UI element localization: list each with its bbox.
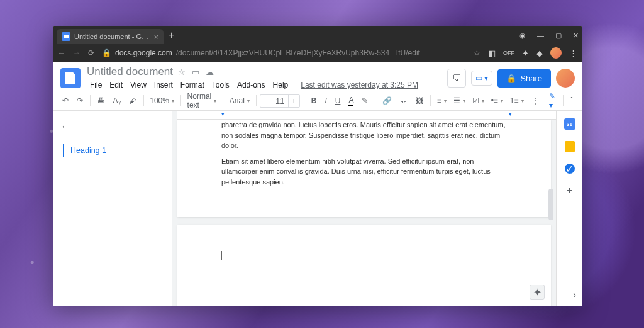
browser-tab[interactable]: Untitled document - Google Do × [57, 29, 164, 44]
minimize-button[interactable]: — [537, 31, 544, 39]
ext-3-icon[interactable]: ◆ [536, 48, 543, 58]
calendar-icon[interactable] [564, 118, 575, 130]
cloud-status-icon[interactable]: ☁ [206, 67, 214, 77]
docs-editor: Untitled document ☆ ▭ ☁ File Edit View I… [53, 62, 582, 306]
close-window-button[interactable]: ✕ [573, 31, 579, 40]
user-avatar[interactable] [556, 69, 575, 88]
menu-file[interactable]: File [87, 79, 105, 91]
browser-addressbar: ← → ⟳ 🔒 docs.google.com/document/d/14XPj… [53, 44, 582, 62]
menu-addons[interactable]: Add-ons [234, 79, 269, 91]
bookmark-star-icon[interactable]: ☆ [474, 48, 480, 57]
paint-format-button[interactable]: 🖌 [126, 94, 140, 107]
menu-edit[interactable]: Edit [106, 79, 126, 91]
addons-plus-icon[interactable]: + [567, 185, 572, 196]
horizontal-ruler[interactable]: ▾ ▾ [177, 111, 556, 120]
extension-icons: ◧ OFF ✦ ◆ ⋮ [488, 47, 577, 59]
docs-logo-icon[interactable] [60, 68, 80, 88]
menubar: File Edit View Insert Format Tools Add-o… [87, 79, 441, 91]
scrollbar-thumb[interactable] [548, 189, 553, 220]
ext-puzzle-icon[interactable]: ✦ [522, 48, 529, 58]
last-edit-link[interactable]: Last edit was yesterday at 3:25 PM [297, 79, 421, 91]
formatting-toolbar: ↶ ↷ 🖶 Aᵧ 🖌 100% Normal text Arial − 11 +… [53, 91, 582, 111]
share-label: Share [520, 74, 542, 83]
menu-view[interactable]: View [127, 79, 150, 91]
line-spacing-dropdown[interactable]: ☰ [451, 95, 468, 106]
docs-favicon-icon [62, 32, 70, 41]
present-button[interactable]: ▭ ▾ [471, 71, 492, 86]
body-paragraph-1[interactable]: pharetra de gravida non, luctus lobortis… [221, 120, 507, 151]
highlight-button[interactable]: ✎ [358, 94, 371, 107]
url-host: docs.google.com [115, 48, 172, 57]
redo-button[interactable]: ↷ [74, 94, 86, 107]
bulleted-list-dropdown[interactable]: •≡ [489, 95, 506, 106]
side-panel: ✓ + [556, 111, 582, 306]
url-field[interactable]: 🔒 docs.google.com/document/d/14XPjjxzVHU… [102, 48, 466, 57]
profile-avatar-icon[interactable] [550, 47, 562, 59]
font-dropdown[interactable]: Arial [227, 95, 252, 106]
menu-format[interactable]: Format [177, 79, 208, 91]
main-area: ← Heading 1 ▾ ▾ pharetra de gravida non,… [53, 111, 582, 306]
window-controls: ◉ — ▢ ✕ [519, 31, 579, 40]
document-outline: ← Heading 1 [53, 111, 172, 306]
nav-back-button[interactable]: ← [58, 48, 65, 57]
ext-2-icon[interactable]: OFF [503, 50, 514, 56]
insert-image-button[interactable]: 🖼 [413, 94, 426, 107]
menu-tools[interactable]: Tools [209, 79, 233, 91]
document-page-1[interactable]: pharetra de gravida non, luctus lobortis… [177, 120, 551, 217]
spellcheck-button[interactable]: Aᵧ [110, 94, 124, 107]
undo-button[interactable]: ↶ [59, 94, 72, 107]
browser-menu-icon[interactable]: ⋮ [569, 48, 577, 58]
outline-close-button[interactable]: ← [60, 121, 165, 132]
font-size-value[interactable]: 11 [272, 95, 288, 107]
numbered-list-dropdown[interactable]: 1≡ [508, 95, 526, 106]
outline-heading-1[interactable]: Heading 1 [63, 144, 165, 157]
star-icon[interactable]: ☆ [178, 67, 186, 77]
font-size-increase[interactable]: + [289, 95, 300, 107]
ext-1-icon[interactable]: ◧ [488, 48, 496, 58]
menu-insert[interactable]: Insert [151, 79, 176, 91]
indent-marker-right-icon[interactable]: ▾ [509, 111, 512, 117]
toolbar-more-button[interactable]: ⋮ [528, 94, 542, 107]
share-button[interactable]: 🔒 Share [497, 69, 551, 88]
indent-marker-left-icon[interactable]: ▾ [221, 111, 225, 117]
url-path: /document/d/14XPjjxzVHUUCpl_Bl7eDHjXyFeX… [176, 48, 420, 57]
browser-titlebar: Untitled document - Google Do × + ◉ — ▢ … [53, 26, 582, 44]
insert-link-button[interactable]: 🔗 [379, 94, 395, 107]
text-cursor [221, 251, 222, 260]
reload-button[interactable]: ⟳ [88, 48, 94, 57]
tab-title: Untitled document - Google Do [74, 33, 150, 40]
document-title[interactable]: Untitled document [87, 65, 173, 78]
browser-window: Untitled document - Google Do × + ◉ — ▢ … [53, 26, 582, 306]
account-icon[interactable]: ◉ [519, 31, 526, 40]
bold-button[interactable]: B [308, 94, 320, 107]
paragraph-style-dropdown[interactable]: Normal text [185, 91, 219, 111]
move-icon[interactable]: ▭ [192, 67, 199, 77]
comments-button[interactable]: 🗨 [447, 69, 466, 88]
align-dropdown[interactable]: ≡ [435, 95, 449, 106]
text-color-button[interactable]: A [345, 94, 357, 108]
add-comment-button[interactable]: 🗩 [397, 94, 411, 107]
new-tab-button[interactable]: + [169, 30, 174, 41]
font-size-decrease[interactable]: − [260, 95, 272, 107]
collapse-toolbar-button[interactable]: ˆ [567, 94, 576, 107]
zoom-dropdown[interactable]: 100% [147, 95, 177, 106]
menu-help[interactable]: Help [270, 79, 292, 91]
close-tab-icon[interactable]: × [153, 32, 158, 42]
body-paragraph-2[interactable]: Etiam sit amet libero elementum nibh vol… [221, 156, 507, 188]
font-size-stepper: − 11 + [260, 94, 300, 108]
docs-header: Untitled document ☆ ▭ ☁ File Edit View I… [53, 62, 582, 91]
checklist-dropdown[interactable]: ☑ [470, 95, 487, 106]
italic-button[interactable]: I [321, 94, 330, 107]
hide-sidepanel-button[interactable]: › [573, 290, 576, 300]
tasks-icon[interactable]: ✓ [565, 164, 575, 174]
print-button[interactable]: 🖶 [94, 94, 108, 107]
explore-button[interactable]: ✦ [530, 285, 545, 300]
nav-forward-button: → [73, 48, 80, 57]
document-page-2[interactable] [177, 225, 551, 306]
maximize-button[interactable]: ▢ [555, 31, 562, 40]
lock-icon: 🔒 [102, 48, 111, 57]
underline-button[interactable]: U [332, 94, 344, 107]
document-canvas[interactable]: ▾ ▾ pharetra de gravida non, luctus lobo… [172, 111, 556, 306]
editing-mode-button[interactable]: ✎ ▾ [546, 90, 560, 111]
keep-icon[interactable] [565, 141, 575, 152]
